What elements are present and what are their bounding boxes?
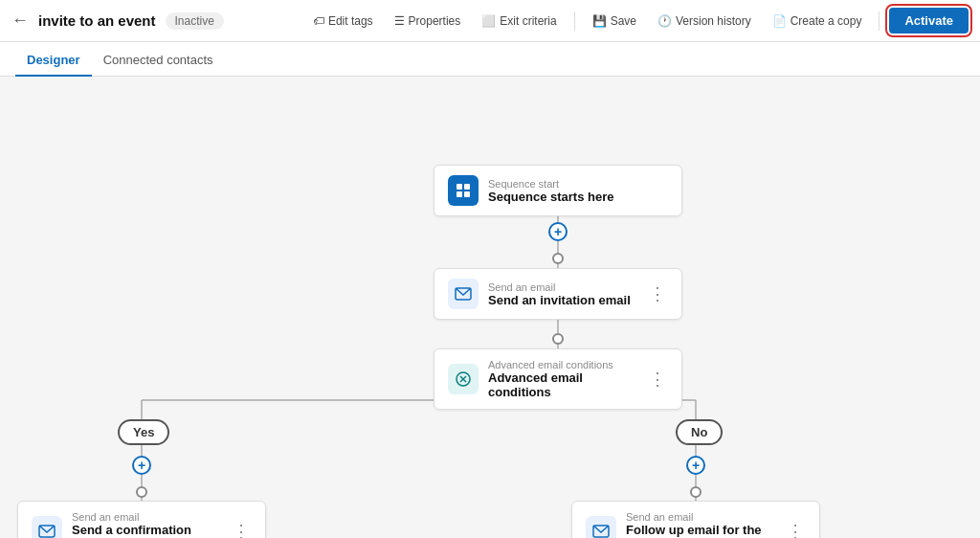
activate-button[interactable]: Activate	[889, 8, 969, 34]
send-email-1-label: Send an email	[488, 281, 637, 293]
send-email-yes-content: Send an email Send a confirmation email	[72, 511, 221, 538]
version-history-button[interactable]: 🕐 Version history	[650, 11, 759, 32]
svg-rect-20	[457, 184, 462, 190]
circle-dot-yes-1	[136, 486, 147, 498]
send-email-no-content: Send an email Follow up email for the ev…	[626, 511, 775, 538]
send-email-1-content: Send an email Send an invitation email	[488, 281, 637, 307]
send-email-yes-title: Send a confirmation email	[72, 523, 221, 538]
tabbar: Designer Connected contacts	[0, 42, 980, 77]
advanced-conditions-1-menu[interactable]: ⋮	[647, 369, 668, 390]
circle-dot-1	[552, 253, 564, 264]
edit-tags-label: Edit tags	[328, 14, 373, 28]
advanced-conditions-1-icon	[448, 364, 479, 394]
edit-tags-button[interactable]: 🏷 Edit tags	[305, 11, 381, 32]
svg-rect-22	[457, 191, 462, 197]
advanced-conditions-1-content: Advanced email conditions Advanced email…	[488, 359, 637, 399]
exit-criteria-label: Exit criteria	[500, 14, 556, 28]
send-email-1-icon	[448, 279, 479, 309]
topbar: ← invite to an event Inactive 🏷 Edit tag…	[0, 0, 980, 42]
svg-rect-21	[464, 184, 470, 190]
tab-designer[interactable]: Designer	[15, 45, 92, 77]
sequence-start-node: Sequence start Sequence starts here	[434, 165, 682, 216]
create-copy-button[interactable]: 📄 Create a copy	[765, 11, 870, 32]
advanced-conditions-1-label: Advanced email conditions	[488, 359, 637, 370]
separator-1	[574, 11, 575, 31]
tab-connected-contacts[interactable]: Connected contacts	[92, 45, 225, 77]
circle-dot-2	[552, 333, 564, 345]
send-email-no-icon	[586, 516, 616, 538]
sequence-start-content: Sequence start Sequence starts here	[488, 178, 668, 204]
send-email-yes-menu[interactable]: ⋮	[231, 521, 252, 538]
sequence-start-title: Sequence starts here	[488, 190, 668, 204]
send-email-yes-node: Send an email Send a confirmation email …	[17, 501, 266, 538]
send-email-no-label: Send an email	[626, 511, 775, 523]
save-button[interactable]: 💾 Save	[585, 11, 644, 32]
save-label: Save	[611, 14, 636, 28]
send-email-no-menu[interactable]: ⋮	[785, 521, 806, 538]
send-email-no-node: Send an email Follow up email for the ev…	[571, 501, 820, 538]
no-branch-oval: No	[676, 419, 723, 445]
properties-icon: ☰	[394, 14, 405, 28]
send-email-yes-icon	[32, 516, 62, 538]
sequence-start-icon	[448, 175, 479, 206]
designer-canvas: Sequence start Sequence starts here + Se…	[0, 77, 980, 538]
create-copy-label: Create a copy	[791, 14, 862, 28]
page-title: invite to an event	[38, 12, 156, 29]
properties-label: Properties	[409, 14, 461, 28]
sequence-start-label: Sequence start	[488, 178, 668, 190]
send-email-1-node: Send an email Send an invitation email ⋮	[434, 268, 682, 320]
version-history-icon: 🕐	[657, 14, 672, 28]
topbar-left: ← invite to an event Inactive	[11, 11, 224, 31]
add-button-1[interactable]: +	[548, 222, 568, 241]
svg-rect-23	[464, 191, 470, 197]
back-button[interactable]: ←	[11, 11, 29, 31]
topbar-right: 🏷 Edit tags ☰ Properties ⬜ Exit criteria…	[305, 8, 969, 34]
exit-criteria-button[interactable]: ⬜ Exit criteria	[474, 11, 564, 32]
yes-branch-oval: Yes	[118, 419, 169, 445]
exit-criteria-icon: ⬜	[481, 14, 496, 28]
separator-2	[879, 11, 880, 31]
circle-dot-no-1	[690, 486, 702, 498]
send-email-yes-label: Send an email	[72, 511, 221, 523]
send-email-1-menu[interactable]: ⋮	[647, 283, 668, 304]
save-icon: 💾	[592, 14, 607, 28]
send-email-1-title: Send an invitation email	[488, 293, 637, 307]
advanced-conditions-1-title: Advanced email conditions	[488, 370, 637, 399]
add-button-yes-1[interactable]: +	[132, 456, 151, 475]
add-button-no-1[interactable]: +	[686, 456, 705, 475]
advanced-conditions-1-node: Advanced email conditions Advanced email…	[434, 348, 682, 410]
version-history-label: Version history	[676, 14, 751, 28]
create-copy-icon: 📄	[772, 14, 787, 28]
properties-button[interactable]: ☰ Properties	[387, 11, 469, 32]
send-email-no-title: Follow up email for the event	[626, 523, 775, 538]
edit-tags-icon: 🏷	[313, 14, 324, 28]
status-badge: Inactive	[166, 12, 224, 30]
